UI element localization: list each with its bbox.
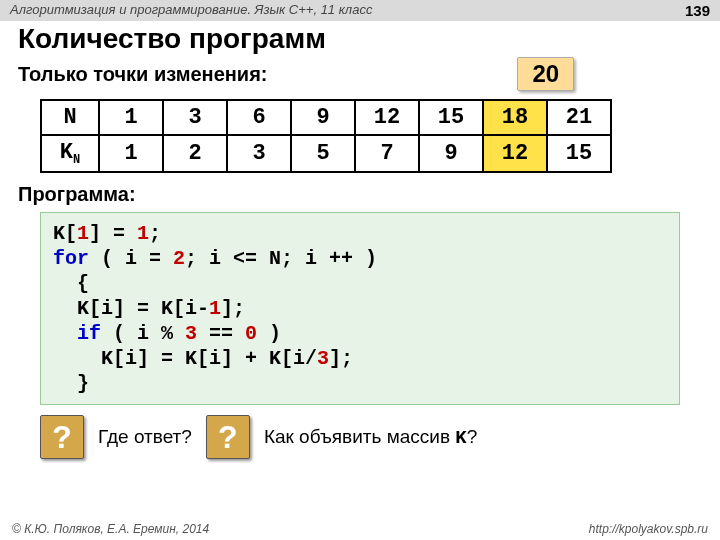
cell: 1 bbox=[99, 135, 163, 172]
answer-badge: 20 bbox=[517, 57, 574, 91]
cell: 6 bbox=[227, 100, 291, 135]
cell: 12 bbox=[355, 100, 419, 135]
footer-url: http://kpolyakov.spb.ru bbox=[589, 522, 708, 536]
table-row: KN 1 2 3 5 7 9 12 15 bbox=[41, 135, 611, 172]
cell: 15 bbox=[419, 100, 483, 135]
copyright: © К.Ю. Поляков, Е.А. Еремин, 2014 bbox=[12, 522, 209, 536]
page-title: Количество программ bbox=[18, 23, 720, 55]
cell-KN: KN bbox=[41, 135, 99, 172]
table-row: N 1 3 6 9 12 15 18 21 bbox=[41, 100, 611, 135]
question-text: Где ответ? bbox=[98, 426, 192, 448]
cell: 9 bbox=[291, 100, 355, 135]
cell: 3 bbox=[163, 100, 227, 135]
question-icon: ? bbox=[40, 415, 84, 459]
course-title: Алгоритмизация и программирование. Язык … bbox=[10, 2, 372, 19]
code-block: K[1] = 1; for ( i = 2; i <= N; i ++ ) { … bbox=[40, 212, 680, 405]
values-table: N 1 3 6 9 12 15 18 21 KN 1 2 3 5 7 9 12 … bbox=[40, 99, 612, 173]
question-text: Как объявить массив K? bbox=[264, 426, 477, 449]
cell: 9 bbox=[419, 135, 483, 172]
program-label: Программа: bbox=[18, 183, 720, 206]
cell: 5 bbox=[291, 135, 355, 172]
slide-footer: © К.Ю. Поляков, Е.А. Еремин, 2014 http:/… bbox=[0, 522, 720, 536]
cell-highlight: 18 bbox=[483, 100, 547, 135]
cell: 1 bbox=[99, 100, 163, 135]
cell-N: N bbox=[41, 100, 99, 135]
questions-row: ? Где ответ? ? Как объявить массив K? bbox=[40, 415, 720, 459]
slide-header: Алгоритмизация и программирование. Язык … bbox=[0, 0, 720, 21]
cell-highlight: 12 bbox=[483, 135, 547, 172]
cell: 2 bbox=[163, 135, 227, 172]
subtitle: Только точки изменения: bbox=[18, 63, 267, 86]
cell: 7 bbox=[355, 135, 419, 172]
cell: 3 bbox=[227, 135, 291, 172]
page-number: 139 bbox=[685, 2, 710, 19]
question-icon: ? bbox=[206, 415, 250, 459]
cell: 21 bbox=[547, 100, 611, 135]
cell: 15 bbox=[547, 135, 611, 172]
